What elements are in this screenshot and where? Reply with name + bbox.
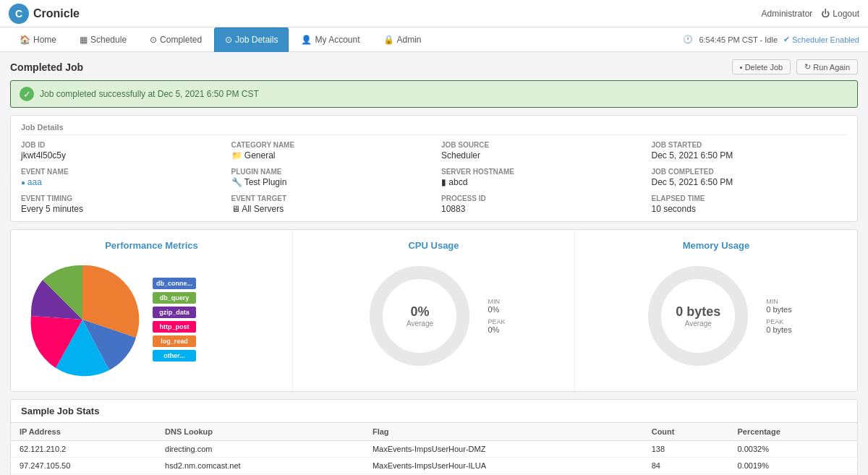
memory-donut-wrapper: 0 bytes Average [640, 258, 756, 374]
run-again-label: Run Again [813, 63, 850, 72]
delete-job-label: Delete Job [745, 63, 783, 72]
job-started-value: Dec 5, 2021 6:50 PM [652, 150, 848, 161]
process-id-label: PROCESS ID [441, 194, 637, 202]
field-event-target: EVENT TARGET 🖥 All Servers [231, 194, 427, 214]
cpu-peak-label: PEAK [488, 318, 505, 325]
plugin-icon: 🔧 [231, 177, 242, 187]
stats-table-body: 62.121.210.2directing.comMaxEvents-ImpsU… [11, 441, 857, 476]
folder-icon: 📁 [231, 150, 242, 161]
field-process-id: PROCESS ID 10883 [441, 194, 637, 214]
stats-header-row: IP Address DNS Lookup Flag Count Percent… [11, 423, 857, 441]
event-target-label: EVENT TARGET [231, 194, 427, 202]
event-timing-value: Every 5 minutes [21, 204, 217, 214]
tab-completed[interactable]: ⊙ Completed [139, 27, 213, 52]
cpu-min-label: MIN [488, 298, 505, 305]
cpu-center-text: 0% Average [407, 304, 433, 328]
tab-schedule-label: Schedule [90, 35, 127, 45]
pie-container: db_conne... db_query gzip_data http_post… [21, 258, 282, 381]
cpu-donut-container: 0% Average MIN 0% PEAK 0% [303, 258, 564, 374]
tab-schedule[interactable]: ▦ Schedule [69, 27, 137, 52]
tab-home[interactable]: 🏠 Home [9, 27, 67, 52]
memory-center-text: 0 bytes Average [676, 304, 720, 328]
logout-button[interactable]: ⏻ Logout [821, 9, 859, 19]
perf-metrics-title: Performance Metrics [21, 240, 282, 251]
stats-section: Sample Job Stats IP Address DNS Lookup F… [10, 399, 858, 475]
table-cell-ip: 97.247.105.50 [11, 458, 156, 474]
memory-peak-value: 0 bytes [766, 325, 791, 334]
col-flag: Flag [364, 423, 643, 441]
job-started-label: JOB STARTED [652, 141, 848, 149]
stats-table: IP Address DNS Lookup Flag Count Percent… [11, 423, 857, 475]
table-row: 62.121.210.2directing.comMaxEvents-ImpsU… [11, 441, 857, 458]
top-bar: C Cronicle Administrator ⏻ Logout [0, 0, 868, 27]
legend-item-log-read: log_read [153, 335, 196, 347]
field-job-source: JOB SOURCE Scheduler [441, 141, 637, 161]
cpu-value: 0% [407, 304, 433, 320]
completed-icon: ⊙ [150, 35, 157, 45]
memory-label: Average [676, 320, 720, 328]
server-hostname-label: SERVER HOSTNAME [441, 168, 637, 176]
tab-job-details[interactable]: ⊙ Job Details [214, 27, 289, 52]
table-cell-flag: MaxEvents-ImpsUserHour-ILUA [364, 458, 643, 474]
event-timing-label: EVENT TIMING [21, 194, 217, 202]
delete-icon: ▪ [740, 63, 743, 72]
performance-section: Performance Metrics [10, 229, 858, 392]
server-icon: ▮ [441, 177, 446, 187]
tab-admin-label: Admin [397, 35, 422, 45]
target-icon: 🖥 [231, 204, 240, 214]
job-id-value: jkwt4l50c5y [21, 150, 217, 161]
cpu-peak-value: 0% [488, 325, 505, 334]
cpu-donut-wrapper: 0% Average [362, 258, 477, 374]
tab-admin[interactable]: 🔒 Admin [373, 27, 433, 52]
memory-min-label: MIN [766, 298, 791, 305]
job-details-panel-title: Job Details [21, 123, 847, 135]
field-job-completed: JOB COMPLETED Dec 5, 2021 6:50 PM [652, 168, 848, 187]
delete-job-button[interactable]: ▪ Delete Job [732, 59, 791, 74]
field-category-name: CATEGORY NAME 📁 General [231, 141, 427, 161]
memory-min-stat: MIN 0 bytes [766, 298, 791, 314]
perf-pie-cell: Performance Metrics [11, 230, 293, 391]
field-elapsed-time: ELAPSED TIME 10 seconds [652, 194, 848, 214]
table-cell-flag: MaxEvents-ImpsUserHour-DMZ [364, 441, 643, 458]
col-count: Count [643, 423, 729, 441]
tab-home-label: Home [33, 35, 56, 45]
table-cell-pct: 0.0032% [728, 441, 857, 458]
memory-stats: MIN 0 bytes PEAK 0 bytes [766, 298, 791, 334]
event-name-value[interactable]: aaa [21, 177, 217, 187]
page-title: Completed Job [10, 61, 83, 73]
category-name-value: 📁 General [231, 150, 427, 161]
success-message: Job completed successfully at Dec 5, 202… [40, 89, 259, 99]
plugin-name-value: 🔧 Test Plugin [231, 177, 427, 187]
cpu-stats: MIN 0% PEAK 0% [488, 298, 505, 334]
job-completed-label: JOB COMPLETED [652, 168, 848, 176]
section-actions: ▪ Delete Job ↻ Run Again [732, 59, 858, 74]
cpu-title: CPU Usage [303, 240, 564, 251]
clock-icon: 🕐 [683, 35, 693, 44]
job-details-panel: Job Details JOB ID jkwt4l50c5y CATEGORY … [10, 115, 858, 222]
stats-title: Sample Job Stats [11, 400, 857, 423]
legend-item-http-post: http_post [153, 321, 196, 333]
pie-chart [21, 258, 144, 381]
home-icon: 🏠 [20, 35, 30, 45]
server-hostname-value: ▮ abcd [441, 177, 637, 187]
scheduler-status: ✔ Scheduler Enabled [783, 35, 859, 44]
my-account-icon: 👤 [301, 35, 312, 45]
field-event-name: EVENT NAME aaa [21, 168, 217, 187]
run-again-icon: ↻ [804, 62, 811, 72]
table-row: 97.247.105.50hsd2.nm.comcast.netMaxEvent… [11, 458, 857, 474]
legend-item-db-query: db_query [153, 292, 196, 304]
memory-cell: Memory Usage 0 bytes Average MIN 0 by [575, 230, 857, 391]
tab-completed-label: Completed [160, 35, 202, 45]
memory-title: Memory Usage [585, 240, 847, 251]
memory-donut-container: 0 bytes Average MIN 0 bytes PEAK 0 bytes [585, 258, 847, 374]
job-fields-grid: JOB ID jkwt4l50c5y CATEGORY NAME 📁 Gener… [21, 141, 847, 214]
legend-color-db-query: db_query [153, 292, 196, 304]
event-name-label: EVENT NAME [21, 168, 217, 176]
legend-item-gzip-data: gzip_data [153, 307, 196, 318]
job-source-value: Scheduler [441, 150, 637, 161]
run-again-button[interactable]: ↻ Run Again [796, 59, 858, 74]
logo-text: Cronicle [33, 7, 80, 20]
tab-my-account[interactable]: 👤 My Account [290, 27, 370, 52]
table-cell-dns: directing.com [156, 441, 364, 458]
tab-my-account-label: My Account [315, 35, 359, 45]
